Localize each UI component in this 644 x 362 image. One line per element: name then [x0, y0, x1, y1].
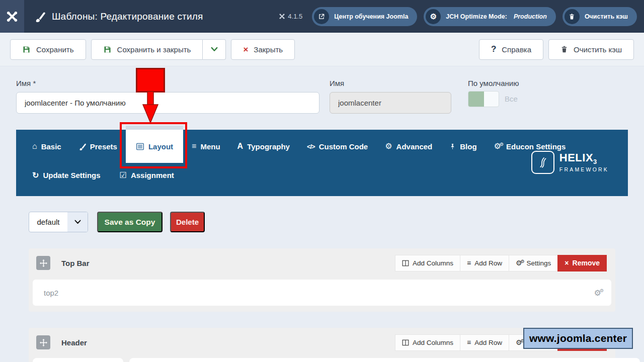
chevron-down-icon: [210, 46, 218, 52]
annotation-highlight-rect: [120, 122, 187, 168]
clear-cache-pill[interactable]: Очистить кэш: [562, 7, 637, 26]
columns-icon: [402, 339, 409, 346]
rows-icon: ≡: [467, 259, 471, 266]
tab-custom-code[interactable]: </> Custom Code: [298, 130, 376, 163]
columns-icon: [402, 260, 409, 266]
default-toggle[interactable]: [468, 91, 499, 107]
app-header: Шаблоны: Редактирование стиля 4.1.5 Цент: [0, 0, 644, 33]
save-icon: [103, 45, 112, 54]
joomla-logo[interactable]: [0, 0, 24, 33]
gear-icon: ⚙: [426, 9, 441, 24]
tab-advanced[interactable]: ⚙ Advanced: [376, 130, 441, 163]
remove-button[interactable]: × Remove: [557, 255, 607, 272]
save-icon: [22, 45, 31, 54]
tab-basic[interactable]: ⌂ Basic: [24, 130, 70, 163]
column-stub: [129, 358, 640, 362]
tab-label: Assignment: [131, 171, 174, 179]
joomla-version: 4.1.5: [279, 13, 302, 20]
joomla-mini-icon: [279, 13, 285, 20]
settings-label: Settings: [527, 259, 551, 267]
checkbox-check-icon: ☑: [120, 171, 127, 179]
layout-row-top2[interactable]: top2 ⚙⚙: [33, 280, 611, 306]
brush-icon: [78, 143, 86, 150]
version-text: 4.1.5: [288, 13, 302, 20]
template-tabs-panel: ⌂ Basic Presets Layout ≡ Menu A Typograp…: [16, 130, 628, 196]
save-as-copy-button[interactable]: Save as Copy: [97, 212, 163, 232]
tab-menu[interactable]: ≡ Menu: [183, 130, 229, 163]
help-button[interactable]: ? Справка: [479, 39, 543, 60]
template-name-label: Имя: [330, 79, 344, 87]
gears-icon: ⚙⚙: [516, 259, 523, 266]
helix-mark-icon: [531, 151, 554, 174]
helix3-logo: HELIX3 FRAMEWORK: [531, 151, 609, 174]
add-row-button[interactable]: ≡ Add Row: [460, 255, 509, 272]
clear-cache-button[interactable]: Очистить кэш: [548, 39, 634, 60]
tab-presets[interactable]: Presets: [70, 130, 126, 163]
help-label: Справка: [502, 45, 531, 54]
joomla-logo-icon: [6, 10, 19, 23]
move-icon[interactable]: [36, 256, 50, 270]
jch-optimize-pill[interactable]: ⚙ JCH Optimize Mode: Production: [424, 7, 556, 26]
close-label: Закрыть: [254, 45, 283, 54]
default-label: По умолчанию: [468, 79, 519, 87]
trash-icon: [560, 45, 568, 53]
toggle-on-half: [468, 92, 484, 107]
save-and-close-button[interactable]: Сохранить и закрыть: [91, 39, 203, 60]
column-stub: [33, 358, 123, 362]
x-icon: ×: [565, 259, 569, 266]
style-name-input[interactable]: [16, 92, 319, 114]
section-title: Top Bar: [61, 259, 90, 267]
default-toggle-text: Все: [505, 95, 518, 103]
save-options-dropdown[interactable]: [203, 39, 226, 60]
tab-label: Advanced: [396, 142, 433, 151]
move-icon[interactable]: [36, 335, 50, 349]
add-row-label: Add Row: [474, 339, 502, 346]
clear-cache-pill-label: Очистить кэш: [585, 13, 628, 20]
question-icon: ?: [491, 44, 496, 54]
tab-label: Basic: [41, 142, 61, 151]
add-row-label: Add Row: [474, 259, 502, 267]
close-button[interactable]: × Закрыть: [231, 39, 295, 60]
section-top-bar: Top Bar Add Columns ≡ Add Row ⚙⚙ Setting…: [29, 248, 615, 312]
tab-label: Typography: [247, 142, 290, 151]
add-columns-button[interactable]: Add Columns: [395, 334, 460, 351]
toolbar: Сохранить Сохранить и закрыть × Закрыть: [0, 33, 644, 66]
row-name: top2: [44, 289, 58, 297]
annotation-red-box: [136, 68, 165, 93]
add-row-button[interactable]: ≡ Add Row: [460, 334, 509, 351]
helix-wordmark: HELIX3: [559, 152, 609, 165]
learning-center-pill[interactable]: Центр обучения Joomla: [312, 7, 417, 26]
learning-center-label: Центр обучения Joomla: [334, 13, 408, 20]
save-and-close-label: Сохранить и закрыть: [117, 45, 191, 54]
preset-select[interactable]: default: [29, 212, 88, 232]
tab-assignment[interactable]: ☑ Assignment: [120, 171, 174, 179]
style-form: Имя * Имя По умолчанию Все: [0, 67, 644, 130]
delete-button[interactable]: Delete: [170, 212, 205, 232]
rows-icon: ≡: [467, 339, 471, 346]
preset-select-value: default: [29, 212, 67, 232]
brush-icon: [34, 11, 45, 22]
add-columns-label: Add Columns: [413, 339, 453, 346]
section-header: Top Bar Add Columns ≡ Add Row ⚙⚙ Setting…: [29, 248, 615, 278]
add-columns-button[interactable]: Add Columns: [395, 255, 460, 272]
typography-icon: A: [237, 142, 244, 150]
tab-label: Presets: [90, 142, 117, 151]
helix-number: 3: [593, 158, 597, 166]
settings-button[interactable]: ⚙⚙ Settings: [509, 255, 557, 272]
save-button[interactable]: Сохранить: [10, 39, 86, 60]
section-title: Header: [61, 338, 87, 347]
tab-label: Educon Settings: [506, 142, 566, 151]
row-settings-gears-icon[interactable]: ⚙⚙: [594, 288, 602, 298]
clear-cache-label: Очистить кэш: [574, 45, 622, 54]
pin-icon: [449, 143, 456, 150]
annotation-arrow-down: [142, 92, 159, 124]
tab-label: Custom Code: [319, 142, 368, 151]
home-icon: ⌂: [32, 142, 37, 150]
tab-update-settings[interactable]: ↻ Update Settings: [32, 171, 101, 179]
trash-icon: [565, 9, 580, 24]
close-x-icon: ×: [243, 45, 248, 54]
tab-typography[interactable]: A Typography: [229, 130, 298, 163]
tab-blog[interactable]: Blog: [441, 130, 485, 163]
gears-icon: ⚙⚙: [516, 339, 523, 346]
chevron-down-icon: [67, 212, 88, 232]
